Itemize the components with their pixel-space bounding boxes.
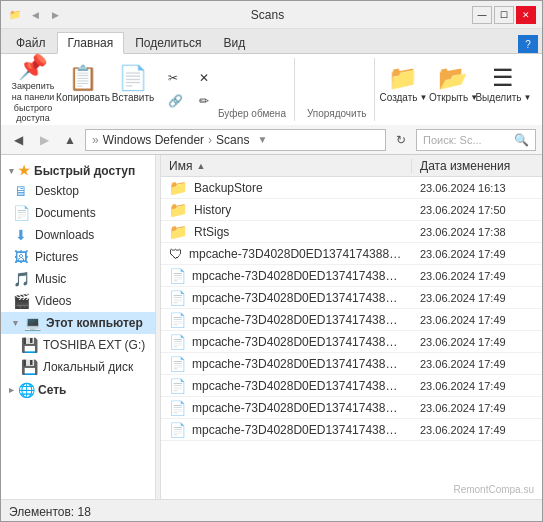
copy-paste-group: 📋 Копировать [59, 58, 107, 121]
open-button[interactable]: 📂 Открыть ▼ [429, 58, 477, 110]
address-path[interactable]: » Windows Defender › Scans ▼ [85, 129, 386, 151]
file-date: 23.06.2024 17:50 [412, 204, 542, 216]
window-title: Scans [63, 8, 472, 22]
table-row[interactable]: 📄 mpcache-73D4028D0ED137417438839577... … [161, 265, 542, 287]
table-row[interactable]: 📄 mpcache-73D4028D0ED137417438839577... … [161, 309, 542, 331]
sidebar-item-documents[interactable]: 📄 Documents [1, 202, 155, 224]
sidebar-item-pictures[interactable]: 🖼 Pictures [1, 246, 155, 268]
back-button[interactable]: ◀ [7, 129, 29, 151]
cut-icon: ✂ [168, 71, 178, 85]
table-row[interactable]: 📄 mpcache-73D4028D0ED137417438839577... … [161, 397, 542, 419]
forward-icon-title: ▶ [47, 7, 63, 23]
table-row[interactable]: 📄 mpcache-73D4028D0ED137417438839577... … [161, 375, 542, 397]
pin-button-group: 📌 Закрепить на панелибыстрого доступа [9, 58, 57, 121]
toshiba-label: TOSHIBA EXT (G:) [43, 338, 145, 352]
tab-view[interactable]: Вид [212, 31, 256, 53]
sort-arrow: ▲ [196, 161, 205, 171]
table-row[interactable]: 📁 BackupStore 23.06.2024 16:13 [161, 177, 542, 199]
sidebar: ▾ ★ Быстрый доступ 🖥 Desktop 📄 Documents… [1, 155, 156, 499]
sidebar-item-music[interactable]: 🎵 Music [1, 268, 155, 290]
pictures-label: Pictures [35, 250, 78, 264]
file-icon: 📄 [169, 334, 186, 350]
table-row[interactable]: 📄 mpcache-73D4028D0ED137417438839577... … [161, 419, 542, 441]
rename-button[interactable]: ✏ [192, 91, 216, 111]
table-row[interactable]: 📁 History 23.06.2024 17:50 [161, 199, 542, 221]
sidebar-resize-handle[interactable] [156, 155, 160, 499]
quick-access-star-icon: ★ [18, 163, 30, 178]
paste-group: 📄 Вставить [109, 58, 157, 121]
cut-button[interactable]: ✂ [161, 68, 190, 88]
clipboard-group: 📌 Закрепить на панелибыстрого доступа 📋 … [9, 58, 295, 121]
sidebar-item-toshiba[interactable]: 💾 TOSHIBA EXT (G:) [1, 334, 155, 356]
maximize-button[interactable]: ☐ [494, 6, 514, 24]
open-label: Открыть ▼ [429, 92, 478, 103]
create-button[interactable]: 📁 Создать ▼ [379, 58, 427, 110]
sidebar-section-network[interactable]: ▸ 🌐 Сеть [1, 378, 155, 400]
sidebar-item-local-disk[interactable]: 💾 Локальный диск [1, 356, 155, 378]
delete-rename-group: ✕ ✏ [192, 58, 216, 121]
file-name: 📁 History [161, 201, 412, 219]
small-buttons-group: ✂ 🔗 [161, 58, 190, 121]
folder-icon: 📁 [169, 201, 188, 219]
column-name[interactable]: Имя ▲ [161, 159, 412, 173]
search-icon: 🔍 [514, 133, 529, 147]
file-rows: 📁 BackupStore 23.06.2024 16:13 📁 History… [161, 177, 542, 441]
downloads-label: Downloads [35, 228, 94, 242]
documents-icon: 📄 [13, 205, 29, 221]
sidebar-item-videos[interactable]: 🎬 Videos [1, 290, 155, 312]
path-separator: › [208, 133, 212, 147]
sidebar-item-desktop[interactable]: 🖥 Desktop [1, 180, 155, 202]
file-list-header: Имя ▲ Дата изменения [161, 155, 542, 177]
sidebar-item-this-computer[interactable]: ▾ 💻 Этот компьютер [1, 312, 155, 334]
tab-file[interactable]: Файл [5, 31, 57, 53]
search-box[interactable]: Поиск: Sc... 🔍 [416, 129, 536, 151]
delete-button[interactable]: ✕ [192, 68, 216, 88]
pin-button[interactable]: 📌 Закрепить на панелибыстрого доступа [9, 64, 57, 116]
ribbon-tabs: Файл Главная Поделиться Вид ? [1, 29, 542, 53]
table-row[interactable]: 📁 RtSigs 23.06.2024 17:38 [161, 221, 542, 243]
file-date: 23.06.2024 17:49 [412, 248, 542, 260]
tab-home[interactable]: Главная [57, 32, 125, 54]
column-date[interactable]: Дата изменения [412, 159, 542, 173]
file-icon: 📄 [169, 400, 186, 416]
copy-button[interactable]: 📋 Копировать [59, 58, 107, 110]
title-bar: 📁 ◀ ▶ Scans — ☐ ✕ [1, 1, 542, 29]
select-button[interactable]: ☰ Выделить ▼ [479, 58, 527, 110]
file-date: 23.06.2024 17:49 [412, 270, 542, 282]
paste-button[interactable]: 📄 Вставить [109, 58, 157, 110]
table-row[interactable]: 📄 mpcache-73D4028D0ED137417438839577... … [161, 331, 542, 353]
folder-icon: 📁 [169, 179, 188, 197]
path-part-1[interactable]: Windows Defender [103, 133, 204, 147]
table-row[interactable]: 📄 mpcache-73D4028D0ED137417438839577... … [161, 287, 542, 309]
forward-button[interactable]: ▶ [33, 129, 55, 151]
file-name: 📄 mpcache-73D4028D0ED137417438839577... [161, 378, 412, 394]
file-name: 📁 BackupStore [161, 179, 412, 197]
file-list[interactable]: Имя ▲ Дата изменения 📁 BackupStore 23.06… [161, 155, 542, 499]
help-button[interactable]: ? [518, 35, 538, 53]
file-date: 23.06.2024 17:49 [412, 292, 542, 304]
local-disk-icon: 💾 [21, 359, 37, 375]
file-date: 23.06.2024 16:13 [412, 182, 542, 194]
computer-icon: 💻 [24, 315, 40, 331]
table-row[interactable]: 📄 mpcache-73D4028D0ED137417438839577... … [161, 353, 542, 375]
documents-label: Documents [35, 206, 96, 220]
close-button[interactable]: ✕ [516, 6, 536, 24]
up-button[interactable]: ▲ [59, 129, 81, 151]
sidebar-item-downloads[interactable]: ⬇ Downloads [1, 224, 155, 246]
refresh-button[interactable]: ↻ [390, 129, 412, 151]
sidebar-section-quick-access[interactable]: ▾ ★ Быстрый доступ [1, 159, 155, 180]
minimize-button[interactable]: — [472, 6, 492, 24]
copy-path-button[interactable]: 🔗 [161, 91, 190, 111]
tab-share[interactable]: Поделиться [124, 31, 212, 53]
toshiba-icon: 💾 [21, 337, 37, 353]
window-controls[interactable]: — ☐ ✕ [472, 6, 536, 24]
path-dropdown-arrow[interactable]: ▼ [257, 134, 267, 145]
table-row[interactable]: 🛡 mpcache-73D4028D0ED137417438839577... … [161, 243, 542, 265]
desktop-icon: 🖥 [13, 183, 29, 199]
file-date: 23.06.2024 17:49 [412, 424, 542, 436]
sidebar-container: ▾ ★ Быстрый доступ 🖥 Desktop 📄 Documents… [1, 155, 161, 499]
select-icon: ☰ [492, 66, 514, 90]
path-part-2[interactable]: Scans [216, 133, 249, 147]
quick-access-label: Быстрый доступ [34, 164, 135, 178]
paste-label: Вставить [112, 92, 154, 103]
